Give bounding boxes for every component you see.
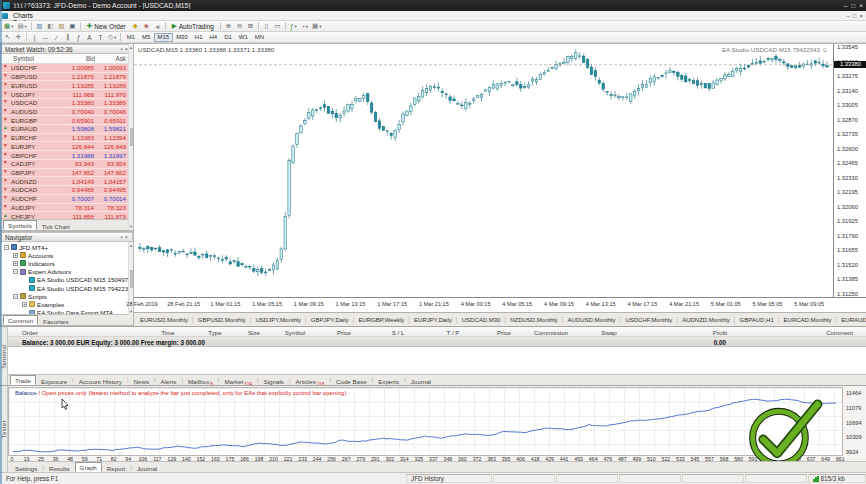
market-watch-row[interactable]: ▲CHFJPY111.858111.873 [1, 212, 133, 219]
arrange-vertical-button[interactable]: ▯ [261, 22, 272, 31]
scroll-up-icon[interactable]: ▲ [129, 45, 133, 50]
tab-account-history[interactable]: Account History [74, 376, 127, 385]
column-header-comment[interactable]: Comment [826, 329, 853, 336]
vertical-line-tool[interactable]: | [29, 33, 40, 42]
column-header-commission[interactable]: Commission [534, 329, 568, 336]
column-header-symbol[interactable]: Symbol [285, 329, 306, 336]
chart-tab-audusd-monthly[interactable]: AUDUSD,Monthly [565, 317, 619, 323]
market-watch-row[interactable]: ▼GBPUSD1.218701.21879 [1, 73, 133, 82]
arrow-tool[interactable]: T [95, 33, 106, 42]
terminal-toggle[interactable]: ▣ [67, 22, 78, 31]
scroll-thumb[interactable] [130, 270, 133, 288]
market-watch-column-header[interactable]: Symbol Bid Ask [1, 54, 133, 64]
column-header-price[interactable]: Price [337, 329, 351, 336]
restore-window-button[interactable]: □ [851, 2, 855, 9]
tab-journal[interactable]: Journal [406, 376, 436, 385]
navigator-toggle[interactable]: ▨ [56, 22, 67, 31]
profiles-button[interactable]: ▤▾ [15, 22, 28, 31]
chart-tab-eurcad-monthly[interactable]: EURCAD,Monthly [781, 317, 835, 323]
navigator-item-scripts[interactable]: −Scripts [1, 292, 133, 300]
templates-button[interactable]: ▦▾ [310, 22, 323, 31]
column-header-swap[interactable]: Swap [601, 329, 616, 336]
timeframe-w1[interactable]: W1 [235, 33, 251, 42]
navigator-title-bar[interactable]: Navigator ▪ × [1, 232, 133, 242]
navigator-item-expert-advisors[interactable]: −Expert Advisors [1, 268, 133, 276]
metaeditor-button[interactable]: ◆ [130, 22, 141, 31]
tab-mailbox[interactable]: Mailbox8 [183, 376, 218, 385]
market-watch-title-bar[interactable]: Market Watch: 09:52:36 ▪ × [1, 44, 133, 54]
timeframe-m5[interactable]: M5 [139, 33, 154, 42]
time-axis[interactable]: 28 Feb 201928 Feb 21:151 Mar 01:151 Mar … [134, 297, 866, 313]
cursor-tool[interactable]: ↖ [2, 33, 13, 42]
bid-column-header[interactable]: Bid [57, 55, 95, 62]
arrange-horizontal-button[interactable]: ▭ [272, 22, 283, 31]
timeframe-d1[interactable]: D1 [221, 33, 236, 42]
tab-news[interactable]: News [129, 376, 154, 385]
chart-tab-audnzd-monthly[interactable]: AUDNZD,Monthly [679, 317, 733, 323]
restore-chart-button[interactable]: □ [853, 13, 857, 19]
symbol-column-header[interactable]: Symbol [3, 55, 57, 62]
timeframe-mn[interactable]: MN [251, 33, 267, 42]
chart-window[interactable]: 1.335451.334101.332751.331401.330051.328… [134, 43, 866, 312]
timeframe-h1[interactable]: H1 [191, 33, 206, 42]
tab-signals[interactable]: Signals [259, 376, 289, 385]
orders-table-header[interactable]: OrderTimeTypeSizeSymbolPriceS / LT / PPr… [8, 327, 866, 337]
data-window-toggle[interactable]: ◧ [45, 22, 56, 31]
tab-trade[interactable]: Trade [10, 375, 36, 385]
tab-symbols[interactable]: Symbols [3, 220, 37, 230]
scroll-down-icon[interactable]: ▼ [129, 309, 133, 314]
column-header-type[interactable]: Type [208, 329, 221, 336]
chart-tab-eurusd-monthly[interactable]: EURUSD,Monthly [137, 317, 191, 323]
market-watch-row[interactable]: ▼AUDCHF0.700070.70014 [1, 195, 133, 204]
close-window-button[interactable]: × [859, 2, 863, 9]
ask-column-header[interactable]: Ask [95, 55, 131, 62]
column-header-t-p[interactable]: T / P [447, 329, 460, 336]
navigator-item-accounts[interactable]: +Accounts [1, 251, 133, 259]
tab-alerts[interactable]: Alerts [156, 376, 182, 385]
expert-properties-button[interactable]: ◈ [141, 22, 152, 31]
tab-journal[interactable]: Journal [132, 463, 162, 472]
market-watch-row[interactable]: ▼EURCHF1.133831.13394 [1, 134, 133, 143]
market-watch-row[interactable]: ▲EURAUD1.598081.59821 [1, 125, 133, 134]
new-order-button[interactable]: ✚New Order [83, 22, 130, 31]
market-watch-row[interactable]: ▼GBPCHF1.319881.31997 [1, 151, 133, 160]
navigator-item-ea-studio-data-export-mt4[interactable]: EA Studio Data Export MT4 [1, 309, 133, 315]
tab-experts[interactable]: Experts [373, 376, 404, 385]
tab-articles[interactable]: Articles218 [290, 376, 329, 385]
scroll-up-icon[interactable]: ▲ [129, 243, 133, 248]
column-header-size[interactable]: Size [248, 329, 260, 336]
expand-toggle[interactable]: + [13, 253, 18, 258]
expand-toggle[interactable]: − [13, 294, 18, 299]
navigator-item-indicators[interactable]: +Indicators [1, 259, 133, 267]
text-tool[interactable]: A [84, 33, 95, 42]
chart-tab-eurgbp-weekly[interactable]: EURGBP,Weekly [356, 317, 408, 323]
tab-report[interactable]: Report [102, 463, 131, 472]
scroll-thumb[interactable] [130, 128, 133, 146]
menu-charts[interactable]: Charts [8, 12, 42, 19]
status-history[interactable]: JFD History [406, 474, 492, 483]
navigator-item-jfd-mt4-[interactable]: −JFD MT4+ [1, 243, 133, 251]
market-watch-row[interactable]: ▼GBPJPY147.652147.662 [1, 169, 133, 178]
tab-common[interactable]: Common [3, 315, 38, 325]
market-watch-row[interactable]: ▼USDCHF1.000851.00093 [1, 64, 133, 73]
shapes-tool[interactable]: ◇▾ [106, 33, 118, 42]
autotrading-button[interactable]: ▶AutoTrading [168, 22, 218, 31]
market-watch-row[interactable]: ▼USDJPY111.966111.970 [1, 90, 133, 99]
market-watch-row[interactable]: ▼CADJPY83.94383.954 [1, 160, 133, 169]
timeframe-m15[interactable]: M15 [154, 33, 173, 42]
timeframe-m30[interactable]: M30 [173, 33, 192, 42]
expand-toggle[interactable]: + [13, 261, 18, 266]
navigator-item-ea-studio-usdcad-m15-15049761[interactable]: EA Studio USDCAD M15 15049761 [1, 276, 133, 284]
chart-tab-gbpjpy-daily[interactable]: GBPJPY,Daily [308, 317, 352, 323]
minimize-window-button[interactable]: – [844, 2, 848, 9]
chart-tab-usdcad-m30[interactable]: USDCAD,M30 [459, 317, 504, 323]
crosshair-tool[interactable]: ✛ [13, 33, 24, 42]
price-axis[interactable]: 1.335451.334101.332751.331401.330051.328… [833, 44, 866, 297]
navigator-item-ea-studio-usdcad-m15-79422343[interactable]: EA Studio USDCAD M15 79422343 [1, 284, 133, 292]
chart-tab-usdchf-monthly[interactable]: USDCHF,Monthly [622, 317, 675, 323]
tab-code-base[interactable]: Code Base [331, 376, 372, 385]
navigator-item-examples[interactable]: +Examples [1, 300, 133, 308]
candlestick-plot[interactable] [134, 44, 833, 297]
column-header-time[interactable]: Time [161, 329, 175, 336]
column-header-profit[interactable]: Profit [713, 329, 727, 336]
